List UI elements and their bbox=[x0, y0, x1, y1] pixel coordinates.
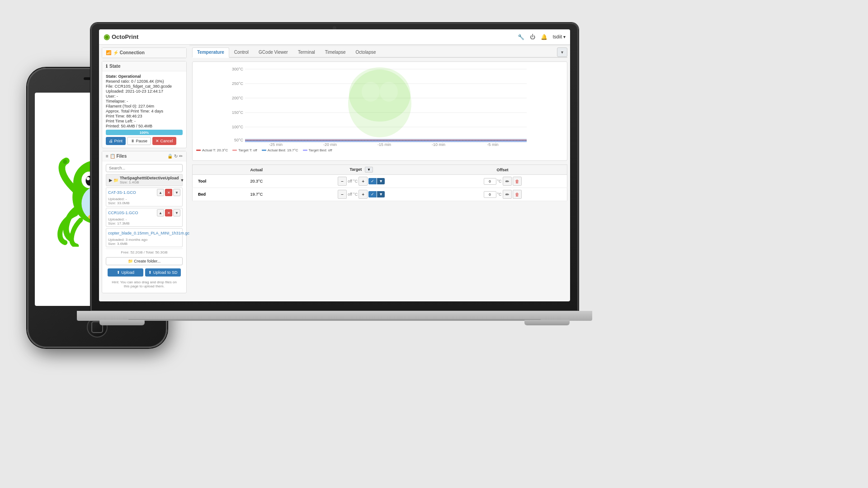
legend-label-target-tool: Target T: off bbox=[238, 148, 257, 152]
state-print-time: Print Time: 88:46:23 bbox=[106, 114, 183, 118]
legend-dot-actual-bed bbox=[262, 150, 266, 151]
state-uploaded: Uploaded: 2021-10-23 12:44:17 bbox=[106, 89, 183, 94]
file-chevron-2[interactable]: ▼ bbox=[173, 209, 180, 216]
state-title: ℹ State bbox=[102, 61, 186, 71]
tool-offset-unit: °C bbox=[497, 179, 502, 183]
chart-legend: Actual T: 20.3°C Target T: off Actual Be… bbox=[194, 147, 565, 153]
progress-bar-container: 100% bbox=[106, 130, 183, 135]
tab-gcode-viewer[interactable]: GCode Viewer bbox=[254, 47, 293, 58]
laptop-screen-bezel: ◉ OctoPrint 🔧 ⏻ 🔔 tsdiit ▾ bbox=[90, 23, 579, 312]
octoprint-icon: ◉ bbox=[104, 33, 110, 41]
tabs: Temperature Control GCode Viewer Termina… bbox=[192, 47, 567, 58]
bed-confirm-check[interactable]: ✓ bbox=[368, 191, 377, 197]
file-load-btn-1[interactable]: ▲ bbox=[157, 189, 164, 196]
legend-dot-target-tool bbox=[232, 150, 237, 151]
folder-chevron-icon: ▼ bbox=[180, 178, 184, 183]
laptop-base bbox=[77, 311, 592, 321]
svg-text:50°C: 50°C bbox=[234, 138, 244, 142]
file-name-2: CCR10S-1.GCO bbox=[108, 211, 157, 215]
temperature-chart: 300°C 250°C 200°C 150°C 100°C 50°C bbox=[192, 61, 567, 161]
file-delete-btn-2[interactable]: ✕ bbox=[165, 209, 172, 216]
edit-icon[interactable]: ✏ bbox=[179, 154, 183, 159]
state-filament: Filament (Tool 0): 227.04m bbox=[106, 104, 183, 108]
pause-button[interactable]: ⏸ Pause bbox=[127, 137, 151, 145]
tabs-more-button[interactable]: ▾ bbox=[557, 47, 567, 57]
chart-area: 300°C 250°C 200°C 150°C 100°C 50°C bbox=[194, 64, 565, 147]
upload-buttons: ⬆ Upload ⬆ Upload to SD bbox=[106, 267, 183, 278]
tab-timelapse[interactable]: Timelapse bbox=[320, 47, 351, 58]
legend-target-bed: Target Bed: off bbox=[303, 148, 332, 152]
bed-confirm-dropdown[interactable]: ▼ bbox=[377, 191, 385, 197]
laptop-foot-right bbox=[524, 320, 570, 325]
print-buttons: 🖨 Print ⏸ Pause ✕ Cancel bbox=[106, 137, 183, 145]
tool-confirm-dropdown[interactable]: ▼ bbox=[377, 178, 385, 184]
bed-actual: 19.7°C bbox=[229, 188, 285, 201]
tool-temp-unit: °C bbox=[353, 179, 358, 183]
tool-offset-reset[interactable]: 🗑 bbox=[513, 177, 522, 186]
file-delete-btn-1[interactable]: ✕ bbox=[165, 189, 172, 196]
upload-button[interactable]: ⬆ Upload bbox=[108, 268, 143, 277]
user-menu[interactable]: tsdiit ▾ bbox=[553, 34, 566, 39]
file-meta-1: Uploaded: - Size: 33.0MB bbox=[106, 197, 182, 206]
tool-actual: 20.3°C bbox=[229, 175, 285, 188]
bed-offset-edit[interactable]: ✏ bbox=[503, 190, 512, 199]
file-actions-1: ▲ ✕ ▼ bbox=[157, 189, 180, 196]
folder-expand-icon: ▶ bbox=[109, 178, 112, 183]
tool-temp-plus[interactable]: + bbox=[359, 177, 368, 186]
upload-hint: Hint: You can also drag and drop files o… bbox=[106, 278, 183, 290]
tab-control[interactable]: Control bbox=[229, 47, 254, 58]
refresh-icon[interactable]: ↻ bbox=[174, 154, 178, 159]
tool-temp-minus[interactable]: − bbox=[338, 177, 347, 186]
state-printed: Printed: 50.4MB / 50.4MB bbox=[106, 124, 183, 128]
navbar-title: OctoPrint bbox=[112, 33, 138, 40]
state-section: ℹ State State: Operational Resend ratio:… bbox=[102, 61, 187, 148]
list-item: copter_blade_0.15mm_PLA_MINI_1h31m.gcode… bbox=[106, 228, 183, 247]
legend-label-target-bed: Target Bed: off bbox=[309, 148, 332, 152]
tool-confirm-check[interactable]: ✓ bbox=[368, 178, 377, 184]
target-options-button[interactable]: ▼ bbox=[365, 167, 373, 173]
svg-text:-10 min: -10 min bbox=[432, 142, 445, 147]
cancel-button[interactable]: ✕ Cancel bbox=[152, 137, 176, 145]
tab-octolapse[interactable]: Octolapse bbox=[351, 47, 381, 58]
file-chevron-1[interactable]: ▼ bbox=[173, 189, 180, 196]
tab-temperature[interactable]: Temperature bbox=[192, 47, 229, 58]
bed-offset-reset[interactable]: 🗑 bbox=[513, 190, 522, 199]
search-input[interactable] bbox=[106, 164, 183, 172]
print-button[interactable]: 🖨 Print bbox=[106, 137, 126, 145]
lock-icon[interactable]: 🔒 bbox=[167, 154, 173, 159]
files-header: ≡ 📋 Files 🔒 ↻ ✏ bbox=[102, 151, 186, 161]
power-icon[interactable]: ⏻ bbox=[530, 34, 535, 40]
bed-temp-minus[interactable]: − bbox=[338, 190, 347, 199]
svg-text:-25 min: -25 min bbox=[269, 142, 283, 147]
temperature-table: Actual Target ▼ Offset bbox=[192, 164, 567, 201]
octoprint-app: ◉ OctoPrint 🔧 ⏻ 🔔 tsdiit ▾ bbox=[99, 29, 570, 301]
folder-size: Size: 1.4GB bbox=[120, 180, 179, 184]
files-section: ≡ 📋 Files 🔒 ↻ ✏ bbox=[102, 151, 187, 293]
progress-bar-fill: 100% bbox=[106, 130, 183, 135]
legend-actual-tool: Actual T: 20.3°C bbox=[196, 148, 228, 152]
file-load-btn-2[interactable]: ▲ bbox=[157, 209, 164, 216]
tool-offset-input[interactable] bbox=[484, 178, 496, 185]
chart-svg: 300°C 250°C 200°C 150°C 100°C 50°C bbox=[194, 64, 565, 147]
file-name-1: CAT-3S-1.GCO bbox=[108, 190, 157, 195]
svg-text:100°C: 100°C bbox=[232, 125, 244, 129]
scene: ◉ OctoPrint 🔧 ⏻ 🔔 tsdiit ▾ bbox=[0, 0, 868, 488]
file-value: CCR10S_fidget_cat_380.gcode bbox=[115, 84, 172, 89]
tool-offset-edit[interactable]: ✏ bbox=[503, 177, 512, 186]
tool-confirm-wrap: ✓ ▼ bbox=[368, 178, 385, 184]
table-row: Bed 19.7°C − off °C + bbox=[193, 188, 567, 201]
navbar-right: 🔧 ⏻ 🔔 tsdiit ▾ bbox=[518, 34, 566, 40]
bed-offset-input[interactable] bbox=[484, 191, 496, 198]
tab-terminal[interactable]: Terminal bbox=[293, 47, 320, 58]
wrench-icon[interactable]: 🔧 bbox=[518, 34, 524, 40]
connection-section: 📶 ⚡ Connection bbox=[102, 47, 187, 58]
svg-text:-5 min: -5 min bbox=[487, 142, 498, 147]
create-folder-button[interactable]: 📁 Create folder... bbox=[106, 257, 183, 265]
state-timelapse: Timelapse: - bbox=[106, 99, 183, 103]
bell-icon[interactable]: 🔔 bbox=[541, 34, 547, 40]
upload-sd-button[interactable]: ⬆ Upload to SD bbox=[145, 268, 181, 277]
laptop-device: ◉ OctoPrint 🔧 ⏻ 🔔 tsdiit ▾ bbox=[90, 23, 579, 339]
bed-temp-plus[interactable]: + bbox=[359, 190, 368, 199]
state-print-left: Print Time Left: - bbox=[106, 119, 183, 123]
folder-item: ▶ 📁 TheSpaghetttiDetectiveUpload Size: 1… bbox=[106, 174, 183, 186]
